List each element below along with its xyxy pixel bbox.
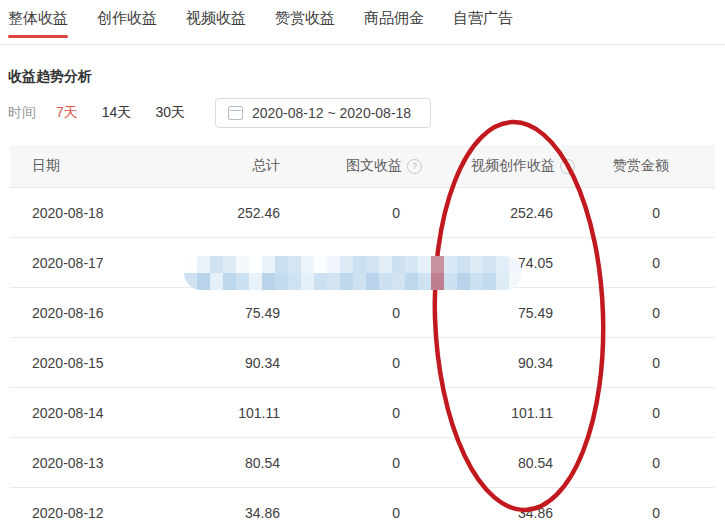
- redaction-block: [418, 256, 431, 273]
- redaction-block: [288, 273, 301, 290]
- cell-article: 0: [280, 505, 400, 521]
- redaction-block: [275, 273, 288, 290]
- redaction-block: [210, 273, 223, 290]
- column-header-4: 视频创作收益?: [400, 157, 553, 175]
- time-range-option-30天[interactable]: 30天: [155, 104, 185, 122]
- redaction-block: [444, 273, 457, 290]
- redaction-block: [353, 273, 366, 290]
- redaction-block: [392, 256, 405, 273]
- cell-appreciation: 0: [553, 205, 715, 221]
- cell-video: 75.49: [400, 305, 553, 321]
- redaction-block: [197, 256, 210, 273]
- column-header-label: 赞赏金额: [613, 157, 669, 175]
- redaction-block: [444, 256, 457, 273]
- table-row: 2020-08-18252.460252.460: [10, 188, 715, 238]
- redaction-block: [392, 273, 405, 290]
- cell-date: 2020-08-12: [10, 505, 200, 521]
- column-header-label: 日期: [32, 157, 60, 175]
- table-row: 2020-08-1234.86034.860: [10, 488, 715, 528]
- table-row: 2020-08-1590.34090.340: [10, 338, 715, 388]
- redaction-block: [405, 256, 418, 273]
- date-range-picker[interactable]: 2020-08-12 ~ 2020-08-18: [215, 98, 431, 128]
- cell-date: 2020-08-13: [10, 455, 200, 471]
- table-row: 2020-08-14101.110101.110: [10, 388, 715, 438]
- redaction-block: [496, 256, 509, 273]
- time-range-option-7天[interactable]: 7天: [56, 104, 78, 122]
- cell-appreciation: 0: [553, 255, 715, 271]
- table-row: 2020-08-1675.49075.490: [10, 288, 715, 338]
- time-range-option-14天[interactable]: 14天: [102, 104, 132, 122]
- redaction-block: [470, 256, 483, 273]
- cell-total: 34.86: [200, 505, 280, 521]
- column-header-label: 图文收益: [346, 157, 402, 175]
- cell-article: 0: [280, 405, 400, 421]
- column-header-label: 总计: [252, 157, 280, 175]
- redaction-block: [431, 273, 444, 290]
- redaction-block: [249, 256, 262, 273]
- cell-appreciation: 0: [553, 505, 715, 521]
- redaction-block: [457, 256, 470, 273]
- column-header-3: 图文收益?: [280, 157, 400, 175]
- redaction-block: [236, 256, 249, 273]
- cell-total: 90.34: [200, 355, 280, 371]
- date-range-value: 2020-08-12 ~ 2020-08-18: [252, 105, 411, 121]
- earnings-table: 日期总计图文收益?视频创作收益?赞赏金额 2020-08-18252.46025…: [10, 145, 715, 528]
- cell-video: 80.54: [400, 455, 553, 471]
- cell-date: 2020-08-18: [10, 205, 200, 221]
- cell-date: 2020-08-17: [10, 255, 200, 271]
- cell-video: 101.11: [400, 405, 553, 421]
- redaction-block: [301, 256, 314, 273]
- redaction-block: [496, 273, 509, 290]
- redaction-block: [275, 256, 288, 273]
- cell-video: 90.34: [400, 355, 553, 371]
- redaction-blur: [184, 256, 522, 290]
- cell-total: 75.49: [200, 305, 280, 321]
- tab-4[interactable]: 赞赏收益: [275, 0, 335, 44]
- redaction-block: [262, 273, 275, 290]
- cell-total: 252.46: [200, 205, 280, 221]
- cell-appreciation: 0: [553, 455, 715, 471]
- tab-bar: 整体收益创作收益视频收益赞赏收益商品佣金自营广告: [0, 0, 725, 45]
- tab-3[interactable]: 视频收益: [186, 0, 246, 44]
- redaction-block: [379, 256, 392, 273]
- redaction-block: [405, 273, 418, 290]
- filter-row: 时间 7天14天30天 2020-08-12 ~ 2020-08-18: [8, 98, 725, 128]
- cell-article: 0: [280, 455, 400, 471]
- redaction-block: [379, 273, 392, 290]
- redaction-block: [301, 273, 314, 290]
- redaction-block: [236, 273, 249, 290]
- time-filter-label: 时间: [8, 104, 36, 122]
- column-header-1: 日期: [10, 157, 200, 175]
- column-header-2: 总计: [200, 157, 280, 175]
- redaction-block: [314, 273, 327, 290]
- cell-total: 80.54: [200, 455, 280, 471]
- redaction-block: [366, 273, 379, 290]
- tab-5[interactable]: 商品佣金: [364, 0, 424, 44]
- redaction-block: [314, 256, 327, 273]
- table-row: 2020-08-1380.54080.540: [10, 438, 715, 488]
- redaction-block: [197, 273, 210, 290]
- cell-appreciation: 0: [553, 355, 715, 371]
- cell-date: 2020-08-14: [10, 405, 200, 421]
- redaction-block: [327, 273, 340, 290]
- redaction-block: [431, 256, 444, 273]
- cell-appreciation: 0: [553, 405, 715, 421]
- redaction-block: [457, 273, 470, 290]
- table-header-row: 日期总计图文收益?视频创作收益?赞赏金额: [10, 145, 715, 188]
- cell-article: 0: [280, 355, 400, 371]
- redaction-block: [483, 273, 496, 290]
- tab-2[interactable]: 创作收益: [97, 0, 157, 44]
- redaction-block: [340, 273, 353, 290]
- redaction-block: [340, 256, 353, 273]
- tab-1[interactable]: 整体收益: [8, 0, 68, 44]
- tab-6[interactable]: 自营广告: [453, 0, 513, 44]
- cell-article: 0: [280, 205, 400, 221]
- redaction-block: [327, 256, 340, 273]
- cell-date: 2020-08-16: [10, 305, 200, 321]
- redaction-block: [470, 273, 483, 290]
- redaction-block: [223, 273, 236, 290]
- cell-appreciation: 0: [553, 305, 715, 321]
- section-title: 收益趋势分析: [8, 68, 725, 86]
- redaction-block: [418, 273, 431, 290]
- table-body: 2020-08-18252.460252.4602020-08-1774.050…: [10, 188, 715, 528]
